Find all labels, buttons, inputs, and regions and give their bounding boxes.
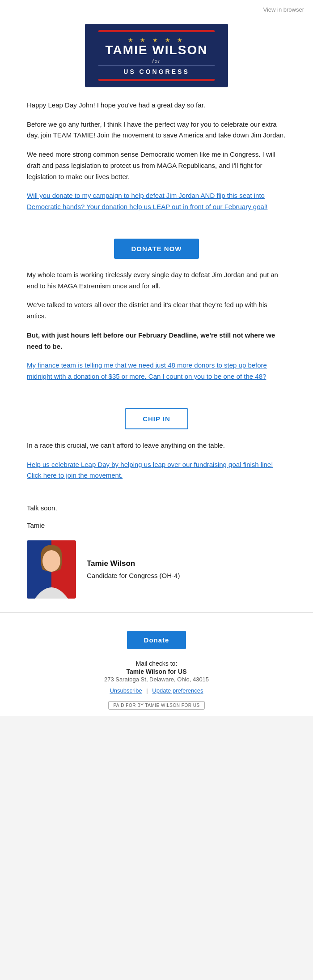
logo-red-bar-bottom bbox=[98, 79, 215, 81]
bio-photo bbox=[27, 540, 76, 599]
body-content-3: In a race this crucial, we can't afford … bbox=[0, 440, 313, 498]
footer-section: Donate Mail checks to: Tamie Wilson for … bbox=[0, 612, 313, 716]
bio-title: Candidate for Congress (OH-4) bbox=[87, 572, 180, 579]
link1-paragraph[interactable]: Will you donate to my campaign to help d… bbox=[27, 190, 286, 213]
logo-stars: ★ ★ ★ ★ ★ bbox=[98, 37, 215, 43]
donate-link1[interactable]: Will you donate to my campaign to help d… bbox=[27, 192, 267, 210]
link2-paragraph[interactable]: My finance team is telling me that we ne… bbox=[27, 360, 286, 382]
footer-mail-label: Mail checks to: bbox=[18, 660, 295, 667]
logo-congress: US CONGRESS bbox=[98, 65, 215, 75]
header-logo-wrapper: ★ ★ ★ ★ ★ TAMIE WILSON for US CONGRESS bbox=[0, 16, 313, 95]
para5: We've talked to voters all over the dist… bbox=[27, 300, 286, 322]
para2: Before we go any further, I think I have… bbox=[27, 119, 286, 141]
para4: My whole team is working tirelessly ever… bbox=[27, 270, 286, 292]
bio-info: Tamie Wilson Candidate for Congress (OH-… bbox=[87, 559, 180, 579]
logo-name: TAMIE WILSON bbox=[98, 43, 215, 57]
unsubscribe-link[interactable]: Unsubscribe bbox=[110, 687, 142, 694]
donate-now-btn-row: DONATE NOW bbox=[0, 239, 313, 259]
link3-paragraph[interactable]: Help us celebrate Leap Day by helping us… bbox=[27, 459, 286, 482]
leap-day-link3[interactable]: Help us celebrate Leap Day by helping us… bbox=[27, 461, 273, 479]
footer-donate-button[interactable]: Donate bbox=[127, 631, 186, 649]
footer-paid-for: PAID FOR BY TAMIE WILSON FOR US bbox=[18, 699, 295, 710]
logo-box: ★ ★ ★ ★ ★ TAMIE WILSON for US CONGRESS bbox=[85, 24, 228, 87]
footer-mail-name: Tamie Wilson for US bbox=[18, 668, 295, 675]
footer-separator: | bbox=[146, 687, 148, 694]
bio-name: Tamie Wilson bbox=[87, 559, 180, 568]
para7: In a race this crucial, we can't afford … bbox=[27, 440, 286, 451]
view-in-browser-link[interactable]: View in browser bbox=[263, 6, 304, 13]
footer-address: 273 Saratoga St, Delaware, Ohio, 43015 bbox=[18, 676, 295, 683]
para9: Tamie bbox=[27, 520, 286, 531]
bio-row: Tamie Wilson Candidate for Congress (OH-… bbox=[27, 540, 286, 599]
footer-links-row: Unsubscribe | Update preferences bbox=[18, 687, 295, 694]
svg-point-4 bbox=[42, 550, 60, 572]
donate-now-button[interactable]: DONATE NOW bbox=[114, 239, 199, 259]
logo-for: for bbox=[98, 58, 215, 64]
para6: But, with just hours left before our Feb… bbox=[27, 330, 286, 352]
finance-link2[interactable]: My finance team is telling me that we ne… bbox=[27, 361, 267, 380]
body-content: Happy Leap Day John! I hope you've had a… bbox=[0, 95, 313, 230]
paid-for-label: PAID FOR BY TAMIE WILSON FOR US bbox=[108, 701, 204, 710]
body-content-2: My whole team is working tirelessly ever… bbox=[0, 270, 313, 399]
update-preferences-link[interactable]: Update preferences bbox=[152, 687, 203, 694]
signature-section: Talk soon, Tamie bbox=[0, 498, 313, 612]
chip-in-btn-row: CHIP IN bbox=[0, 408, 313, 429]
para3: We need more strong common sense Democra… bbox=[27, 149, 286, 182]
chip-in-button[interactable]: CHIP IN bbox=[125, 408, 188, 429]
para1: Happy Leap Day John! I hope you've had a… bbox=[27, 100, 286, 111]
footer-donate-btn-row: Donate bbox=[18, 631, 295, 649]
para8: Talk soon, bbox=[27, 503, 286, 514]
top-bar: View in browser bbox=[0, 0, 313, 16]
